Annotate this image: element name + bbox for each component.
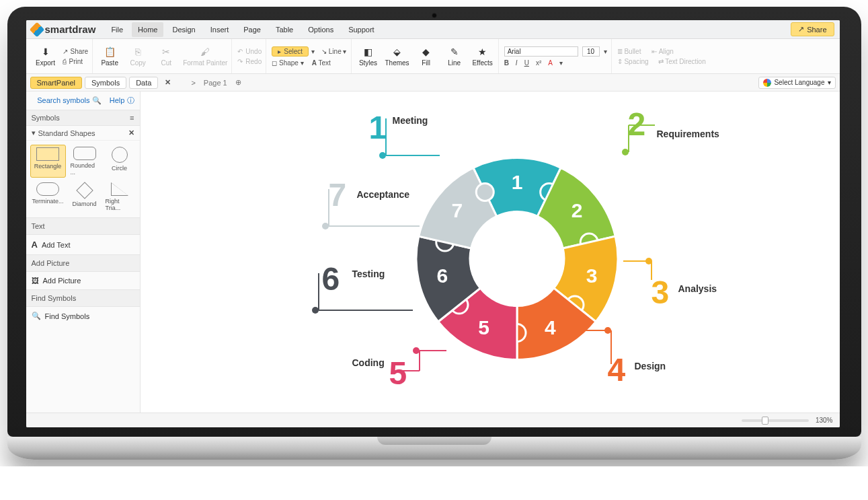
sidebar-tab-smartpanel[interactable]: SmartPanel — [30, 77, 82, 89]
menu-options[interactable]: Options — [302, 22, 340, 37]
line-tool[interactable]: ↘ Line ▾ — [321, 48, 346, 55]
shape-circle[interactable]: Circle — [104, 145, 136, 178]
undo-button[interactable]: ↶ Undo — [237, 48, 262, 55]
format-painter-button[interactable]: 🖌Format Painter — [183, 46, 227, 67]
shape-terminator[interactable]: Terminate... — [30, 180, 66, 213]
search-icon: 🔍 — [32, 312, 41, 320]
select-dropdown[interactable]: ▾ — [311, 48, 315, 55]
add-page-button[interactable]: ⊕ — [235, 78, 241, 87]
svg-text:1: 1 — [511, 171, 522, 193]
prev-page-button[interactable]: > — [191, 79, 195, 87]
callout-lead — [386, 155, 440, 156]
add-picture-button[interactable]: 🖼Add Picture — [26, 272, 140, 289]
undo-icon: ↶ — [237, 48, 243, 55]
zoom-thumb[interactable] — [762, 417, 768, 425]
svg-text:3: 3 — [586, 264, 597, 287]
select-tool[interactable]: ▸Select — [272, 46, 309, 57]
fill-button[interactable]: ◆Fill — [415, 46, 438, 67]
menu-page[interactable]: Page — [237, 22, 267, 37]
font-color-dropdown[interactable]: ▾ — [559, 59, 563, 67]
redo-button[interactable]: ↷ Redo — [237, 58, 262, 65]
symbols-header[interactable]: Symbols ≡ — [26, 110, 140, 126]
menu-design[interactable]: Design — [166, 22, 201, 37]
brush-icon: 🖌 — [200, 46, 210, 57]
effects-button[interactable]: ★Effects — [471, 46, 494, 67]
svg-point-12 — [476, 183, 494, 201]
cycle-diagram[interactable]: 12345671Meeting2Requirements3Analysis4De… — [141, 92, 840, 413]
bullet-button[interactable]: ≣ Bullet — [617, 48, 641, 55]
text-direction-button[interactable]: ⇄ Text Direction — [658, 58, 706, 65]
close-icon[interactable]: ✕ — [128, 129, 134, 137]
line-style-button[interactable]: ✎Line — [443, 46, 466, 67]
font-size-input[interactable] — [582, 46, 600, 57]
menu-support[interactable]: Support — [342, 22, 381, 37]
redo-icon: ↷ — [237, 58, 243, 65]
callout-label-3: Analysis — [678, 283, 717, 294]
font-color-button[interactable]: A — [548, 59, 553, 67]
page-tab[interactable]: Page 1 — [204, 79, 227, 87]
callout-lead — [420, 350, 446, 351]
shape-category[interactable]: ▾ Standard Shapes ✕ — [26, 126, 140, 141]
styles-button[interactable]: ◧Styles — [357, 46, 380, 67]
menu-home[interactable]: Home — [132, 22, 163, 37]
font-size-dropdown[interactable]: ▾ — [604, 48, 607, 55]
picture-section: Add Picture — [26, 254, 140, 272]
app-name: smartdraw — [45, 24, 96, 35]
search-symbols-link[interactable]: Search symbols 🔍 — [37, 96, 101, 104]
themes-button[interactable]: ⬙Themes — [385, 46, 409, 67]
cycle-svg: 1234567 — [141, 92, 840, 413]
tab-row: SmartPanel Symbols Data ✕ > Page 1 ⊕ Sel… — [26, 74, 840, 92]
camera-icon — [432, 13, 437, 18]
bold-button[interactable]: B — [504, 59, 509, 67]
text-tool[interactable]: A Text — [312, 59, 331, 67]
menu-icon: ≡ — [130, 114, 134, 122]
workspace: Search symbols 🔍 Help ⓘ Symbols ≡ ▾ Stan… — [26, 92, 840, 413]
canvas[interactable]: 12345671Meeting2Requirements3Analysis4De… — [141, 92, 840, 413]
export-button[interactable]: ⬇Export — [34, 46, 57, 67]
cursor-icon: ▸ — [278, 48, 281, 55]
menu-insert[interactable]: Insert — [204, 22, 235, 37]
language-selector[interactable]: Select Language ▾ — [758, 77, 835, 89]
spacing-button[interactable]: ⇕ Spacing — [617, 58, 649, 65]
clipboard-icon: 📋 — [104, 46, 116, 57]
fill-icon: ◆ — [422, 46, 430, 57]
copy-button[interactable]: ⎘Copy — [126, 46, 149, 67]
shape-diamond[interactable]: Diamond — [69, 180, 101, 213]
share-button[interactable]: ↗ Share — [791, 22, 834, 36]
app-window: smartdraw File Home Design Insert Page T… — [26, 20, 840, 427]
shape-grid: Rectangle Rounded ... Circle Terminate..… — [26, 141, 140, 217]
app-logo[interactable]: smartdraw — [32, 24, 96, 35]
help-link[interactable]: Help ⓘ — [110, 96, 134, 104]
italic-button[interactable]: I — [516, 59, 518, 67]
callout-lead — [610, 330, 612, 364]
print-button[interactable]: ⎙ Print — [63, 58, 89, 65]
shape-rectangle[interactable]: Rectangle — [30, 145, 66, 178]
callout-number-1: 1 — [369, 112, 387, 144]
sidebar-tab-data[interactable]: Data — [129, 77, 158, 89]
callout-lead — [419, 351, 420, 371]
download-icon: ⬇ — [42, 46, 50, 57]
export-label: Export — [36, 59, 55, 67]
callout-label-1: Meeting — [393, 115, 428, 126]
page[interactable]: 12345671Meeting2Requirements3Analysis4De… — [141, 92, 840, 413]
callout-lead — [628, 125, 629, 152]
menu-file[interactable]: File — [105, 22, 129, 37]
shape-tool[interactable]: ◻ Shape ▾ — [272, 59, 303, 67]
callout-label-5: Coding — [352, 357, 385, 368]
share-small-button[interactable]: ↗ Share — [63, 48, 89, 55]
shape-right-triangle[interactable]: Right Tria... — [104, 180, 136, 213]
sidebar-tab-symbols[interactable]: Symbols — [85, 77, 126, 89]
find-symbols-button[interactable]: 🔍Find Symbols — [26, 307, 140, 325]
underline-button[interactable]: U — [524, 59, 529, 67]
shape-rounded[interactable]: Rounded ... — [69, 145, 101, 178]
paste-button[interactable]: 📋Paste — [98, 46, 121, 67]
callout-lead — [651, 261, 652, 280]
close-panel-button[interactable]: ✕ — [162, 78, 173, 87]
align-button[interactable]: ⇤ Align — [652, 48, 673, 55]
cut-button[interactable]: ✂Cut — [155, 46, 177, 67]
superscript-button[interactable]: x² — [536, 59, 541, 67]
add-text-button[interactable]: AAdd Text — [26, 235, 140, 254]
zoom-slider[interactable] — [742, 419, 809, 422]
font-family-input[interactable] — [504, 46, 578, 57]
menu-table[interactable]: Table — [270, 22, 299, 37]
